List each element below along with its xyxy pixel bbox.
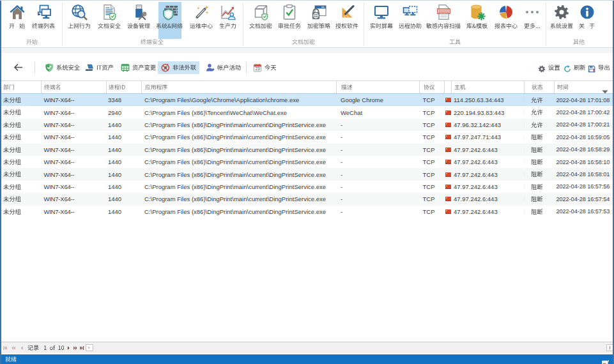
ribbon-item[interactable] (576, 2, 599, 39)
dept-cell (1, 119, 41, 131)
column-header[interactable] (106, 81, 141, 93)
table-row[interactable]: WIN7-X64--1440C:\Program Files (x86)\Din… (1, 156, 613, 168)
ribbon-item[interactable] (68, 2, 91, 39)
ribbon-item[interactable] (278, 2, 301, 39)
column-header[interactable] (336, 81, 419, 93)
column-header[interactable] (141, 81, 336, 93)
action-2[interactable] (564, 61, 586, 74)
table-row[interactable]: WIN7-X64--1440C:\Program Files (x86)\Din… (1, 119, 613, 131)
table-row[interactable]: WIN7-X64--1440C:\Program Files (x86)\Din… (1, 181, 613, 193)
tab-5[interactable] (203, 61, 244, 74)
status-cell (524, 206, 554, 218)
nav-prev-button[interactable] (20, 342, 24, 353)
record-navigator (1, 342, 613, 353)
terminal-cell: WIN7-X64-- (41, 106, 106, 118)
table-row[interactable]: WIN7-X64--1440C:\Program Files (x86)\Din… (1, 206, 613, 218)
status-value (531, 109, 543, 115)
dept-cell (1, 168, 41, 180)
ribbon-item[interactable] (249, 2, 272, 39)
ribbon-item[interactable] (370, 2, 393, 39)
column-header[interactable] (419, 81, 444, 93)
column-header[interactable] (524, 81, 554, 93)
ribbon-item[interactable] (335, 2, 358, 39)
status-mini-icon (524, 121, 525, 128)
column-header[interactable] (41, 81, 106, 93)
today-button[interactable]: 23 (250, 61, 280, 74)
back-button[interactable] (13, 63, 23, 71)
header-dropdown-icon[interactable] (602, 85, 608, 89)
realtime-screen-icon (373, 4, 390, 20)
ribbon-item[interactable] (6, 2, 29, 39)
status-cell (524, 168, 554, 180)
time-cell: 2022-04-28 16:59:05 (554, 131, 613, 143)
status-cell (524, 144, 554, 156)
host-flag-cell (444, 94, 451, 106)
ribbon-item-label (399, 23, 422, 29)
time-cell: 2022-04-28 16:58:10 (554, 156, 613, 168)
ribbon-item[interactable] (98, 2, 121, 39)
action-1[interactable] (538, 61, 560, 74)
refresh-icon (564, 64, 571, 72)
ribbon-item[interactable] (127, 2, 150, 39)
pid-cell: 3348 (106, 94, 141, 106)
ribbon-item[interactable] (550, 2, 573, 39)
column-header[interactable] (444, 81, 451, 93)
nav-corner-box[interactable] (606, 344, 613, 351)
tab-4[interactable] (158, 61, 199, 74)
tab-1[interactable] (42, 61, 83, 74)
nav-next-button[interactable] (67, 342, 70, 353)
tab-2[interactable] (82, 61, 117, 74)
ribbon-item-label (495, 23, 518, 29)
table-row[interactable]: WIN7-X64--1440C:\Program Files (x86)\Din… (1, 144, 613, 156)
nav-edit-box[interactable] (86, 344, 93, 351)
about-icon (579, 4, 595, 20)
pid-cell: 1440 (106, 156, 141, 168)
ribbon-item[interactable] (466, 2, 489, 39)
nav-next-page-button[interactable] (73, 342, 77, 353)
settings-gear-icon (538, 64, 546, 72)
encryption-policy-icon (311, 4, 327, 20)
ribbon-item[interactable] (307, 2, 330, 39)
cn-flag-icon (445, 135, 451, 139)
table-row[interactable]: WIN7-X64--1440C:\Program Files (x86)\Din… (1, 193, 613, 205)
ribbon-item[interactable] (495, 2, 518, 39)
ribbon-item-label (335, 23, 358, 29)
terminal-cell: WIN7-X64-- (41, 206, 106, 218)
ribbon-item[interactable] (399, 2, 422, 39)
nav-prev-page-button[interactable] (12, 342, 15, 353)
ribbon-item[interactable] (190, 2, 213, 39)
nav-last-button[interactable] (80, 342, 84, 353)
column-header-label (44, 84, 61, 90)
column-header[interactable] (451, 81, 524, 93)
export-icon (588, 64, 595, 72)
it-assets-icon (85, 63, 94, 72)
ribbon-bottom-strip (1, 47, 613, 53)
table-row[interactable]: WIN7-X64--2940C:\Program Files (x86)\Ten… (1, 106, 613, 118)
window-border-top (0, 0, 614, 1)
status-cell (524, 181, 554, 193)
action-3[interactable] (588, 61, 610, 74)
ribbon-item[interactable] (32, 2, 55, 39)
ribbon-item[interactable] (158, 2, 181, 39)
report-center-icon (498, 4, 514, 20)
ribbon-item-label (579, 23, 595, 29)
host-flag-cell (444, 156, 451, 168)
app-cell: C:\Program Files (x86)\DingPrint\main\cu… (141, 193, 336, 205)
table-row[interactable]: WIN7-X64--1440C:\Program Files (x86)\Din… (1, 131, 613, 143)
tab-3[interactable] (118, 61, 159, 74)
column-header[interactable] (1, 81, 41, 93)
ribbon-item[interactable] (432, 2, 455, 39)
desc-cell: Google Chrome (336, 94, 419, 106)
pid-cell: 1440 (106, 119, 141, 131)
terminal-cell: WIN7-X64-- (41, 168, 106, 180)
table-row[interactable]: WIN7-X64--1440C:\Program Files (x86)\Din… (1, 168, 613, 180)
status-mini-icon (524, 208, 525, 215)
document-security-icon (101, 4, 118, 20)
host-cell: 220.194.93.83:443 (451, 106, 524, 118)
nav-first-button[interactable] (3, 342, 7, 353)
ribbon-item[interactable] (216, 2, 239, 39)
table-row[interactable]: WIN7-X64--3348C:\Program Files\Google\Ch… (1, 94, 613, 106)
ribbon-item[interactable] (521, 2, 544, 39)
dept-value (3, 134, 21, 140)
pid-cell: 1440 (106, 168, 141, 180)
